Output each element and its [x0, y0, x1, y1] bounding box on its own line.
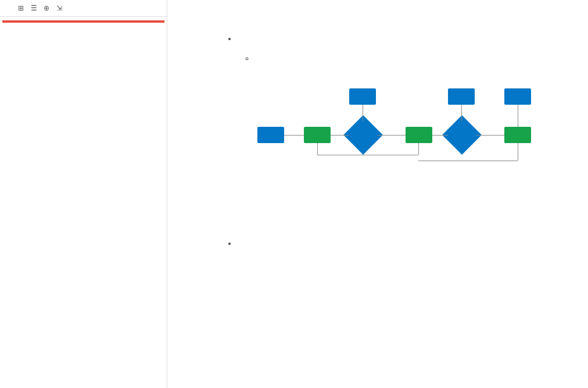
bookmark-list[interactable]: [0, 17, 167, 388]
toolbar-icon-3[interactable]: ⊕: [42, 3, 51, 13]
answer-2-main: [237, 239, 565, 248]
bookmarks-sidebar: ⊞ ☰ ⊕ ⇲: [0, 0, 167, 388]
answer-1-sub: [254, 54, 565, 63]
node-net: [504, 127, 531, 143]
node-file: [406, 127, 432, 143]
flowchart: [260, 86, 528, 215]
toolbar-icon-1[interactable]: ⊞: [16, 3, 26, 13]
node-show3: [504, 88, 531, 105]
answer-1-main: [237, 34, 565, 43]
node-show1: [349, 88, 376, 105]
toolbar-icon-4[interactable]: ⇲: [55, 3, 64, 13]
document-content: [167, 0, 588, 388]
answer-2: [202, 239, 565, 248]
node-show2: [448, 88, 475, 105]
toolbar-icon-2[interactable]: ☰: [29, 3, 38, 13]
node-load: [257, 127, 284, 143]
highlighted-section: [2, 20, 164, 23]
sidebar-toolbar: ⊞ ☰ ⊕ ⇲: [16, 3, 64, 13]
sidebar-header: ⊞ ☰ ⊕ ⇲: [0, 0, 167, 17]
answer-1: [202, 34, 565, 63]
node-mem: [304, 127, 331, 143]
